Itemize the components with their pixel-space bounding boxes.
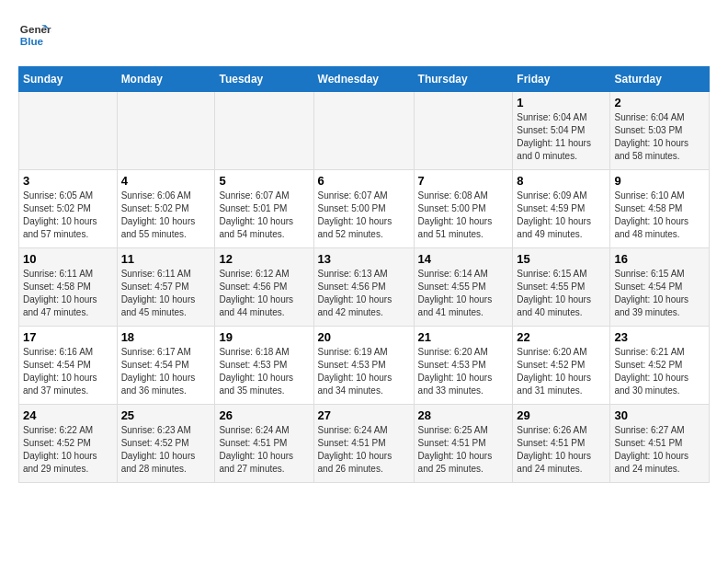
- day-info: Sunrise: 6:26 AM Sunset: 4:51 PM Dayligh…: [517, 424, 606, 476]
- day-info: Sunrise: 6:21 AM Sunset: 4:52 PM Dayligh…: [614, 346, 705, 397]
- header-day-monday: Monday: [117, 67, 215, 92]
- day-info: Sunrise: 6:04 AM Sunset: 5:03 PM Dayligh…: [614, 111, 705, 163]
- svg-text:General: General: [20, 23, 51, 35]
- calendar-cell: 23Sunrise: 6:21 AM Sunset: 4:52 PM Dayli…: [610, 327, 710, 405]
- header-day-sunday: Sunday: [19, 67, 118, 92]
- day-info: Sunrise: 6:16 AM Sunset: 4:54 PM Dayligh…: [23, 346, 113, 397]
- day-number: 1: [517, 96, 606, 109]
- calendar-cell: 3Sunrise: 6:05 AM Sunset: 5:02 PM Daylig…: [19, 170, 118, 248]
- calendar-cell: 29Sunrise: 6:26 AM Sunset: 4:51 PM Dayli…: [513, 405, 610, 483]
- day-info: Sunrise: 6:08 AM Sunset: 5:00 PM Dayligh…: [418, 190, 509, 241]
- calendar-week-1: 1Sunrise: 6:04 AM Sunset: 5:04 PM Daylig…: [19, 92, 710, 170]
- calendar-body: 1Sunrise: 6:04 AM Sunset: 5:04 PM Daylig…: [19, 92, 710, 483]
- calendar-cell: 9Sunrise: 6:10 AM Sunset: 4:58 PM Daylig…: [610, 170, 710, 248]
- day-number: 4: [121, 174, 211, 188]
- day-number: 10: [23, 252, 113, 266]
- day-number: 14: [418, 252, 509, 266]
- day-number: 3: [23, 174, 113, 188]
- calendar-week-5: 24Sunrise: 6:22 AM Sunset: 4:52 PM Dayli…: [19, 405, 710, 483]
- day-number: 12: [219, 252, 309, 266]
- day-info: Sunrise: 6:17 AM Sunset: 4:54 PM Dayligh…: [121, 346, 211, 397]
- day-info: Sunrise: 6:19 AM Sunset: 4:53 PM Dayligh…: [318, 346, 410, 397]
- calendar-cell: 27Sunrise: 6:24 AM Sunset: 4:51 PM Dayli…: [313, 405, 414, 483]
- calendar-cell: 14Sunrise: 6:14 AM Sunset: 4:55 PM Dayli…: [414, 248, 513, 327]
- header-day-tuesday: Tuesday: [215, 67, 313, 92]
- calendar-cell: 15Sunrise: 6:15 AM Sunset: 4:55 PM Dayli…: [513, 248, 610, 327]
- header-day-wednesday: Wednesday: [313, 67, 414, 92]
- calendar-cell: 16Sunrise: 6:15 AM Sunset: 4:54 PM Dayli…: [610, 248, 710, 327]
- calendar-cell: 22Sunrise: 6:20 AM Sunset: 4:52 PM Dayli…: [513, 327, 610, 405]
- day-number: 2: [614, 96, 705, 109]
- header-day-saturday: Saturday: [610, 67, 710, 92]
- day-number: 23: [614, 330, 705, 344]
- day-info: Sunrise: 6:24 AM Sunset: 4:51 PM Dayligh…: [219, 424, 309, 476]
- day-info: Sunrise: 6:14 AM Sunset: 4:55 PM Dayligh…: [418, 268, 509, 319]
- calendar-cell: 19Sunrise: 6:18 AM Sunset: 4:53 PM Dayli…: [215, 327, 313, 405]
- calendar-cell: 24Sunrise: 6:22 AM Sunset: 4:52 PM Dayli…: [19, 405, 118, 483]
- day-info: Sunrise: 6:13 AM Sunset: 4:56 PM Dayligh…: [318, 268, 410, 319]
- day-number: 9: [614, 174, 705, 188]
- logo: General Blue: [18, 18, 51, 52]
- day-number: 15: [517, 252, 606, 266]
- day-info: Sunrise: 6:18 AM Sunset: 4:53 PM Dayligh…: [219, 346, 309, 397]
- svg-text:Blue: Blue: [20, 35, 44, 47]
- day-number: 7: [418, 174, 509, 188]
- day-info: Sunrise: 6:05 AM Sunset: 5:02 PM Dayligh…: [23, 190, 113, 241]
- calendar-table: SundayMondayTuesdayWednesdayThursdayFrid…: [18, 66, 710, 483]
- day-number: 24: [23, 408, 113, 422]
- calendar-week-3: 10Sunrise: 6:11 AM Sunset: 4:58 PM Dayli…: [19, 248, 710, 327]
- calendar-cell: 8Sunrise: 6:09 AM Sunset: 4:59 PM Daylig…: [513, 170, 610, 248]
- day-number: 16: [614, 252, 705, 266]
- calendar-cell: 1Sunrise: 6:04 AM Sunset: 5:04 PM Daylig…: [513, 92, 610, 170]
- calendar-cell: [414, 92, 513, 170]
- calendar-cell: [19, 92, 118, 170]
- calendar-cell: 26Sunrise: 6:24 AM Sunset: 4:51 PM Dayli…: [215, 405, 313, 483]
- day-number: 30: [614, 408, 705, 422]
- day-number: 26: [219, 408, 309, 422]
- day-info: Sunrise: 6:12 AM Sunset: 4:56 PM Dayligh…: [219, 268, 309, 319]
- calendar-cell: [117, 92, 215, 170]
- logo-icon: General Blue: [18, 18, 51, 52]
- calendar-week-4: 17Sunrise: 6:16 AM Sunset: 4:54 PM Dayli…: [19, 327, 710, 405]
- day-info: Sunrise: 6:22 AM Sunset: 4:52 PM Dayligh…: [23, 424, 113, 476]
- calendar-cell: 25Sunrise: 6:23 AM Sunset: 4:52 PM Dayli…: [117, 405, 215, 483]
- day-number: 21: [418, 330, 509, 344]
- day-info: Sunrise: 6:27 AM Sunset: 4:51 PM Dayligh…: [614, 424, 705, 476]
- calendar-cell: 18Sunrise: 6:17 AM Sunset: 4:54 PM Dayli…: [117, 327, 215, 405]
- day-info: Sunrise: 6:24 AM Sunset: 4:51 PM Dayligh…: [318, 424, 410, 476]
- calendar-cell: 28Sunrise: 6:25 AM Sunset: 4:51 PM Dayli…: [414, 405, 513, 483]
- day-number: 29: [517, 408, 606, 422]
- day-info: Sunrise: 6:23 AM Sunset: 4:52 PM Dayligh…: [121, 424, 211, 476]
- day-info: Sunrise: 6:11 AM Sunset: 4:58 PM Dayligh…: [23, 268, 113, 319]
- day-number: 5: [219, 174, 309, 188]
- day-number: 19: [219, 330, 309, 344]
- calendar-header: SundayMondayTuesdayWednesdayThursdayFrid…: [19, 67, 710, 92]
- header-day-friday: Friday: [513, 67, 610, 92]
- day-number: 22: [517, 330, 606, 344]
- day-number: 13: [318, 252, 410, 266]
- day-info: Sunrise: 6:11 AM Sunset: 4:57 PM Dayligh…: [121, 268, 211, 319]
- day-number: 8: [517, 174, 606, 188]
- calendar-cell: 10Sunrise: 6:11 AM Sunset: 4:58 PM Dayli…: [19, 248, 118, 327]
- day-info: Sunrise: 6:07 AM Sunset: 5:01 PM Dayligh…: [219, 190, 309, 241]
- page: General Blue SundayMondayTuesdayWednesda…: [0, 0, 728, 492]
- calendar-week-2: 3Sunrise: 6:05 AM Sunset: 5:02 PM Daylig…: [19, 170, 710, 248]
- calendar-cell: 4Sunrise: 6:06 AM Sunset: 5:02 PM Daylig…: [117, 170, 215, 248]
- day-info: Sunrise: 6:25 AM Sunset: 4:51 PM Dayligh…: [418, 424, 509, 476]
- day-info: Sunrise: 6:15 AM Sunset: 4:55 PM Dayligh…: [517, 268, 606, 319]
- day-info: Sunrise: 6:06 AM Sunset: 5:02 PM Dayligh…: [121, 190, 211, 241]
- header-day-thursday: Thursday: [414, 67, 513, 92]
- day-number: 27: [318, 408, 410, 422]
- day-info: Sunrise: 6:15 AM Sunset: 4:54 PM Dayligh…: [614, 268, 705, 319]
- day-info: Sunrise: 6:04 AM Sunset: 5:04 PM Dayligh…: [517, 111, 606, 163]
- day-number: 6: [318, 174, 410, 188]
- calendar-cell: 11Sunrise: 6:11 AM Sunset: 4:57 PM Dayli…: [117, 248, 215, 327]
- calendar-cell: 13Sunrise: 6:13 AM Sunset: 4:56 PM Dayli…: [313, 248, 414, 327]
- calendar-cell: 30Sunrise: 6:27 AM Sunset: 4:51 PM Dayli…: [610, 405, 710, 483]
- calendar-cell: 7Sunrise: 6:08 AM Sunset: 5:00 PM Daylig…: [414, 170, 513, 248]
- day-number: 28: [418, 408, 509, 422]
- calendar-cell: 12Sunrise: 6:12 AM Sunset: 4:56 PM Dayli…: [215, 248, 313, 327]
- day-number: 17: [23, 330, 113, 344]
- day-number: 18: [121, 330, 211, 344]
- calendar-cell: 5Sunrise: 6:07 AM Sunset: 5:01 PM Daylig…: [215, 170, 313, 248]
